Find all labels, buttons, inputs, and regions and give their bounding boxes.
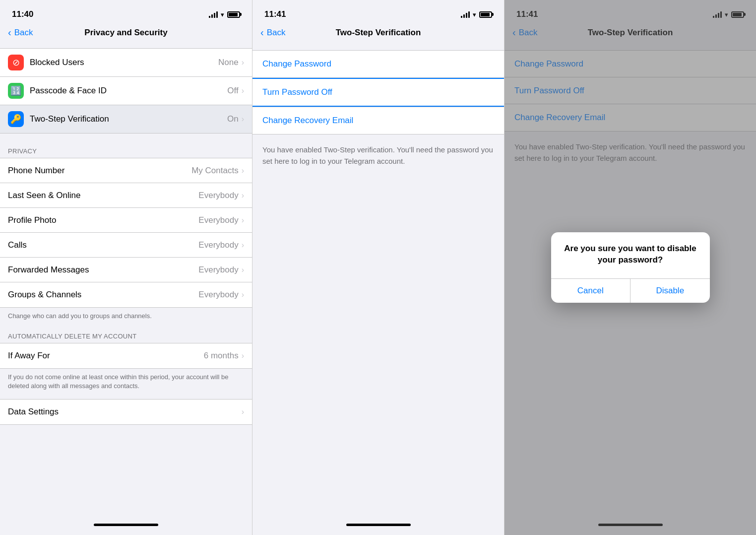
panel-two-step-dialog: 11:41 ▾ ‹ Back Two-Step Verification Cha… xyxy=(504,0,756,535)
tsv-item-change-recovery-email[interactable]: Change Recovery Email xyxy=(252,107,504,134)
turn-password-off-label: Turn Password Off xyxy=(262,87,332,97)
auto-delete-footer: If you do not come online at least once … xyxy=(0,369,252,397)
chevron-icon: › xyxy=(242,290,244,299)
passcode-icon: 🔢 xyxy=(8,83,24,99)
groups-channels-value: Everybody xyxy=(198,290,238,300)
status-icons: ▾ xyxy=(461,11,492,18)
two-step-label: Two-Step Verification xyxy=(30,114,227,124)
chevron-icon: › xyxy=(242,115,244,124)
dialog-overlay: Are you sure you want to disable your pa… xyxy=(504,0,756,535)
tsv-item-turn-password-off[interactable]: Turn Password Off xyxy=(252,79,504,106)
security-section: ⊘ Blocked Users None › 🔢 Passcode & Face… xyxy=(0,48,252,134)
back-chevron-icon: ‹ xyxy=(8,27,11,38)
nav-bar: ‹ Back Privacy and Security xyxy=(0,25,252,44)
calls-value: Everybody xyxy=(198,240,238,250)
status-time: 11:40 xyxy=(12,9,33,19)
battery-icon xyxy=(479,11,492,18)
change-password-label: Change Password xyxy=(262,59,331,69)
signal-icon xyxy=(461,11,470,18)
groups-channels-label: Groups & Channels xyxy=(8,290,198,300)
forwarded-messages-label: Forwarded Messages xyxy=(8,265,198,275)
list-item-data-settings[interactable]: Data Settings › xyxy=(0,400,252,424)
tsv-item-change-password[interactable]: Change Password xyxy=(252,51,504,77)
status-icons: ▾ xyxy=(209,11,240,18)
chevron-icon: › xyxy=(242,216,244,225)
auto-delete-header: AUTOMATICALLY DELETE MY ACCOUNT xyxy=(0,329,252,343)
chevron-icon: › xyxy=(242,166,244,175)
list-item-forwarded-messages[interactable]: Forwarded Messages Everybody › xyxy=(0,258,252,282)
if-away-value: 6 months xyxy=(204,351,239,361)
chevron-icon: › xyxy=(242,351,244,360)
tsv-list: Change Password Turn Password Off Change… xyxy=(252,50,504,134)
back-label: Back xyxy=(267,28,286,38)
wifi-icon: ▾ xyxy=(473,11,476,18)
profile-photo-label: Profile Photo xyxy=(8,215,198,225)
back-button[interactable]: ‹ Back xyxy=(8,27,33,38)
chevron-icon: › xyxy=(242,58,244,67)
chevron-icon: › xyxy=(242,86,244,95)
back-label: Back xyxy=(14,28,33,38)
back-button[interactable]: ‹ Back xyxy=(260,27,285,38)
alert-title: Are you sure you want to disable your pa… xyxy=(561,243,700,265)
home-bar xyxy=(0,520,252,535)
cancel-button[interactable]: Cancel xyxy=(551,279,630,303)
chevron-icon: › xyxy=(242,191,244,200)
back-chevron-icon: ‹ xyxy=(260,27,264,38)
data-settings-section: Data Settings › xyxy=(0,399,252,425)
status-bar: 11:40 ▾ xyxy=(0,0,252,25)
disable-button[interactable]: Disable xyxy=(630,279,710,303)
home-bar xyxy=(252,520,504,535)
privacy-list: Phone Number My Contacts › Last Seen & O… xyxy=(0,158,252,308)
if-away-label: If Away For xyxy=(8,351,204,361)
profile-photo-value: Everybody xyxy=(198,215,238,225)
privacy-footer: Change who can add you to groups and cha… xyxy=(0,308,252,327)
passcode-value: Off xyxy=(227,86,238,96)
nav-bar: ‹ Back Two-Step Verification xyxy=(252,25,504,44)
list-item-calls[interactable]: Calls Everybody › xyxy=(0,233,252,258)
data-settings-label: Data Settings xyxy=(8,407,242,417)
blocked-users-value: None xyxy=(218,58,239,67)
two-step-icon: 🔑 xyxy=(8,111,24,127)
auto-delete-list: If Away For 6 months › xyxy=(0,343,252,369)
list-item-blocked-users[interactable]: ⊘ Blocked Users None › xyxy=(0,49,252,77)
blocked-users-icon: ⊘ xyxy=(8,55,24,70)
list-item-if-away-for[interactable]: If Away For 6 months › xyxy=(0,343,252,368)
list-item-two-step[interactable]: 🔑 Two-Step Verification On › xyxy=(0,105,252,133)
tsv-description: You have enabled Two-Step verification. … xyxy=(252,134,504,167)
chevron-icon: › xyxy=(242,241,244,250)
list-item-profile-photo[interactable]: Profile Photo Everybody › xyxy=(0,208,252,233)
forwarded-messages-value: Everybody xyxy=(198,265,238,275)
alert-dialog: Are you sure you want to disable your pa… xyxy=(551,232,710,302)
status-bar: 11:41 ▾ xyxy=(252,0,504,25)
page-title: Privacy and Security xyxy=(84,28,167,38)
alert-buttons: Cancel Disable xyxy=(551,278,710,303)
chevron-icon: › xyxy=(242,407,244,416)
chevron-icon: › xyxy=(242,266,244,274)
change-recovery-email-label: Change Recovery Email xyxy=(262,116,353,126)
list-item-passcode[interactable]: 🔢 Passcode & Face ID Off › xyxy=(0,77,252,105)
panel-two-step: 11:41 ▾ ‹ Back Two-Step Verification Cha… xyxy=(252,0,504,535)
wifi-icon: ▾ xyxy=(221,11,224,18)
status-time: 11:41 xyxy=(264,9,286,19)
list-item-last-seen[interactable]: Last Seen & Online Everybody › xyxy=(0,183,252,208)
last-seen-value: Everybody xyxy=(198,191,238,201)
last-seen-label: Last Seen & Online xyxy=(8,191,198,201)
battery-icon xyxy=(227,11,240,18)
security-list: ⊘ Blocked Users None › 🔢 Passcode & Face… xyxy=(0,48,252,134)
alert-content: Are you sure you want to disable your pa… xyxy=(551,232,710,278)
privacy-section: PRIVACY Phone Number My Contacts › Last … xyxy=(0,143,252,327)
privacy-header: PRIVACY xyxy=(0,143,252,158)
list-item-phone-number[interactable]: Phone Number My Contacts › xyxy=(0,158,252,183)
calls-label: Calls xyxy=(8,240,198,250)
two-step-value: On xyxy=(227,114,239,124)
auto-delete-section: AUTOMATICALLY DELETE MY ACCOUNT If Away … xyxy=(0,329,252,397)
list-item-groups-channels[interactable]: Groups & Channels Everybody › xyxy=(0,282,252,307)
passcode-label: Passcode & Face ID xyxy=(30,86,227,96)
phone-number-value: My Contacts xyxy=(191,166,238,176)
blocked-users-label: Blocked Users xyxy=(30,58,218,67)
signal-icon xyxy=(209,11,218,18)
panel-privacy-security: 11:40 ▾ ‹ Back Privacy and Security ⊘ xyxy=(0,0,252,535)
phone-number-label: Phone Number xyxy=(8,166,191,176)
page-title: Two-Step Verification xyxy=(336,28,421,38)
